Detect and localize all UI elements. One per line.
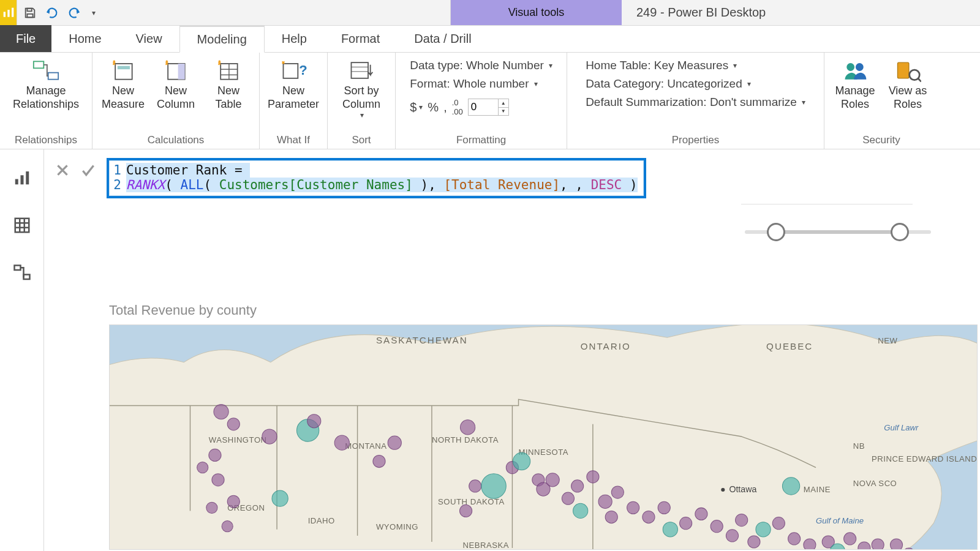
- map-bubble[interactable]: [890, 539, 902, 549]
- map-bubble[interactable]: [212, 474, 224, 486]
- data-view-icon[interactable]: [11, 214, 33, 236]
- formula-commit-icon[interactable]: [80, 162, 97, 179]
- workspace: 1 Customer Rank = 2 RANKX( ALL( Customer…: [0, 149, 980, 551]
- map-bubble[interactable]: [772, 517, 785, 530]
- new-column-button[interactable]: New Column: [151, 55, 200, 111]
- map-bubble[interactable]: [546, 473, 559, 487]
- map-bubble[interactable]: [307, 414, 321, 428]
- map-bubble[interactable]: [726, 530, 738, 542]
- map-label: PRINCE EDWARD ISLAND: [872, 454, 977, 463]
- tab-view[interactable]: View: [119, 25, 179, 52]
- svg-line-24: [918, 78, 922, 82]
- map-bubble[interactable]: [469, 480, 481, 492]
- manage-roles-button[interactable]: Manage Roles: [831, 55, 880, 111]
- map-bubble[interactable]: [611, 486, 624, 498]
- map-bubble[interactable]: [872, 539, 884, 549]
- tab-modeling[interactable]: Modeling: [179, 26, 265, 53]
- tab-format[interactable]: Format: [324, 25, 397, 52]
- map-bubble[interactable]: [206, 502, 217, 513]
- map-bubble[interactable]: [736, 514, 748, 526]
- svg-rect-6: [48, 73, 59, 80]
- new-measure-label: New Measure: [102, 84, 145, 111]
- data-type-dropdown[interactable]: Data type: Whole Number▾: [410, 59, 552, 72]
- map-bubble[interactable]: [573, 503, 588, 518]
- redo-icon[interactable]: [66, 5, 82, 21]
- map-bubble[interactable]: [782, 478, 799, 495]
- map-bubble[interactable]: [388, 436, 401, 449]
- map-bubble[interactable]: [663, 522, 677, 537]
- map-title: Total Revenue by county: [109, 302, 978, 318]
- decimal-places-input[interactable]: ▲ ▼: [468, 99, 509, 116]
- map-bubble[interactable]: [459, 504, 472, 517]
- titlebar: ▾ Visual tools 249 - Power BI Desktop: [0, 0, 980, 26]
- map-bubble[interactable]: [748, 536, 760, 548]
- map-bubble[interactable]: [844, 533, 856, 545]
- spin-down-icon[interactable]: ▼: [499, 108, 508, 116]
- tab-data-drill[interactable]: Data / Drill: [397, 25, 488, 52]
- new-measure-icon: [109, 58, 137, 83]
- svg-rect-15: [284, 64, 298, 78]
- range-slicer[interactable]: [745, 223, 931, 241]
- map-bubble[interactable]: [605, 511, 617, 523]
- undo-icon[interactable]: [44, 5, 60, 21]
- save-icon[interactable]: [22, 5, 38, 21]
- slider-handle-right-icon[interactable]: [891, 223, 909, 241]
- map-bubble[interactable]: [627, 501, 639, 514]
- slicer-outline[interactable]: [741, 192, 913, 204]
- slider-handle-left-icon[interactable]: [767, 223, 785, 241]
- map-bubble[interactable]: [373, 455, 385, 467]
- map-bubble[interactable]: [710, 520, 723, 533]
- map-bubble[interactable]: [262, 429, 277, 444]
- map-visual[interactable]: Total Revenue by county SASKATCHEWAN ONT…: [109, 302, 978, 551]
- map-bubble[interactable]: [272, 490, 288, 506]
- formula-editor[interactable]: 1 Customer Rank = 2 RANKX( ALL( Customer…: [107, 158, 646, 198]
- manage-roles-icon: [841, 58, 869, 83]
- default-summarization-dropdown[interactable]: Default Summarization: Don't summarize▾: [586, 96, 805, 109]
- map-bubble[interactable]: [513, 452, 530, 470]
- map-bubble[interactable]: [680, 517, 692, 530]
- map-bubble[interactable]: [460, 420, 475, 435]
- home-table-dropdown[interactable]: Home Table: Key Measures▾: [586, 59, 805, 72]
- map-bubble[interactable]: [481, 474, 506, 498]
- map-bubble[interactable]: [658, 501, 670, 514]
- new-column-label: New Column: [157, 84, 195, 111]
- map-bubble[interactable]: [598, 495, 612, 508]
- spin-up-icon[interactable]: ▲: [499, 99, 508, 108]
- report-view-icon[interactable]: [11, 167, 33, 189]
- map-bubble[interactable]: [227, 495, 239, 508]
- model-view-icon[interactable]: [11, 262, 33, 284]
- map-bubble[interactable]: [562, 492, 574, 504]
- map-bubble[interactable]: [197, 462, 208, 473]
- map-bubble[interactable]: [756, 522, 771, 537]
- map-bubble[interactable]: [804, 539, 816, 549]
- percent-button[interactable]: %: [428, 100, 439, 114]
- map-bubble[interactable]: [587, 471, 599, 483]
- data-category-dropdown[interactable]: Data Category: Uncategorized▾: [586, 77, 805, 91]
- map-bubble[interactable]: [209, 449, 221, 461]
- view-as-roles-button[interactable]: View as Roles: [883, 55, 932, 111]
- map-label: Ottawa: [729, 484, 756, 494]
- new-table-button[interactable]: New Table: [204, 55, 253, 111]
- map-bubble[interactable]: [227, 418, 239, 430]
- map-bubble[interactable]: [643, 511, 655, 523]
- qat-dropdown-icon[interactable]: ▾: [86, 5, 102, 21]
- map-area[interactable]: SASKATCHEWAN ONTARIO QUEBEC WASHINGTON O…: [109, 324, 978, 550]
- map-bubble[interactable]: [334, 435, 349, 450]
- report-canvas[interactable]: 1 Customer Rank = 2 RANKX( ALL( Customer…: [44, 149, 980, 551]
- currency-button[interactable]: $▾: [410, 100, 423, 114]
- tab-file[interactable]: File: [0, 25, 51, 52]
- manage-relationships-button[interactable]: Manage Relationships: [6, 55, 86, 111]
- thousands-button[interactable]: ,: [443, 100, 447, 114]
- new-parameter-button[interactable]: ? New Parameter: [266, 55, 321, 111]
- map-bubble[interactable]: [222, 521, 233, 532]
- sort-by-column-button[interactable]: Sort by Column ▾: [334, 55, 389, 119]
- tab-home[interactable]: Home: [51, 25, 118, 52]
- format-dropdown[interactable]: Format: Whole number▾: [410, 77, 552, 91]
- map-bubble[interactable]: [788, 533, 801, 545]
- map-bubble[interactable]: [571, 480, 584, 492]
- map-bubble[interactable]: [695, 508, 707, 520]
- tab-help[interactable]: Help: [265, 25, 324, 52]
- formula-cancel-icon[interactable]: [54, 162, 71, 179]
- map-bubble[interactable]: [214, 404, 228, 419]
- new-measure-button[interactable]: New Measure: [99, 55, 148, 111]
